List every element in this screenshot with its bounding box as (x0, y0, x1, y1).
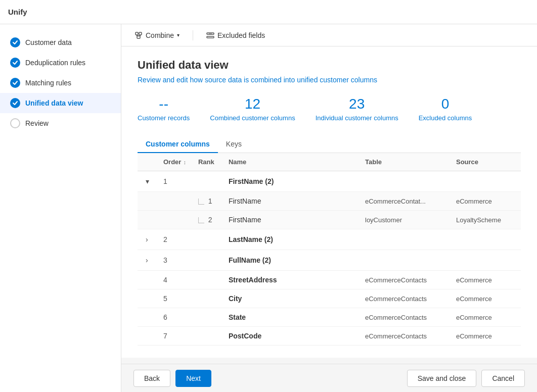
rank-cell-2 (192, 229, 222, 250)
tab-customer-columns[interactable]: Customer columns (138, 136, 218, 153)
next-button[interactable]: Next (175, 370, 211, 387)
order-value-3: 3 (163, 256, 167, 264)
check-icon (10, 37, 20, 47)
table-header-row: Order ↕ Rank Name Table (138, 153, 521, 171)
rank-value-sub1: 1 (208, 197, 212, 205)
stat-individual-columns: 23 Individual customer columns (316, 96, 398, 122)
excluded-fields-button[interactable]: Excluded fields (201, 28, 270, 42)
expand-cell-6 (138, 308, 157, 327)
order-value-4: 4 (163, 276, 167, 284)
page-subtitle: Review and edit how source data is combi… (138, 76, 521, 84)
sidebar: Customer data Deduplication rules Matchi… (0, 24, 121, 392)
name-cell-3: FullName (2) (222, 250, 359, 271)
sidebar-label-deduplication: Deduplication rules (25, 59, 85, 67)
expand-cell-sub1 (138, 192, 157, 211)
main-scroll-container[interactable]: Unified data view Review and edit how so… (121, 46, 537, 364)
name-value-6: State (229, 313, 246, 321)
combine-label: Combine (146, 31, 174, 39)
order-cell-sub1 (157, 192, 192, 211)
sidebar-item-unified-data-view[interactable]: Unified data view (0, 93, 121, 113)
order-cell-3: 3 (157, 250, 192, 271)
order-cell-4: 4 (157, 271, 192, 289)
th-expand (138, 153, 157, 171)
table-cell-4: eCommerceContacts (359, 271, 450, 289)
source-value-sub1: eCommerce (456, 198, 492, 205)
th-name: Name (222, 153, 359, 171)
footer-right: Save and close Cancel (407, 370, 525, 387)
order-cell-5: 5 (157, 289, 192, 308)
th-table-label: Table (365, 158, 382, 166)
stat-value-combined: 12 (245, 96, 260, 112)
table-cell-3 (359, 250, 450, 271)
table-row: 5 City eCommerceContacts eCommerce (138, 289, 521, 308)
name-cell-5: City (222, 289, 359, 308)
table-row: 4 StreetAddress eCommerceContacts eComme… (138, 271, 521, 289)
stat-customer-records: -- Customer records (138, 96, 190, 122)
rank-cell-6 (192, 308, 222, 327)
source-cell-5: eCommerce (450, 289, 521, 308)
sidebar-label-matching: Matching rules (25, 79, 71, 87)
source-cell-6: eCommerce (450, 308, 521, 327)
order-cell-2: 2 (157, 229, 192, 250)
table-cell-7: eCommerceContacts (359, 327, 450, 346)
tab-keys[interactable]: Keys (218, 136, 250, 153)
combine-chevron-icon: ▾ (177, 32, 180, 38)
source-cell-7: eCommerce (450, 327, 521, 346)
order-value-1: 1 (163, 177, 167, 185)
sidebar-item-matching-rules[interactable]: Matching rules (0, 73, 121, 93)
table-row: 2 FirstName loyCustomer LoyaltyScheme (138, 211, 521, 229)
rank-cell-1 (192, 171, 222, 192)
order-cell-7: 7 (157, 327, 192, 346)
source-cell-1 (450, 171, 521, 192)
order-cell-1: 1 (157, 171, 192, 192)
sidebar-item-review[interactable]: Review (0, 113, 121, 133)
svg-rect-7 (207, 36, 214, 38)
th-source-label: Source (456, 158, 478, 166)
cancel-button[interactable]: Cancel (481, 370, 525, 387)
th-source: Source (450, 153, 521, 171)
source-cell-sub1: eCommerce (450, 192, 521, 211)
rank-cell-5 (192, 289, 222, 308)
save-close-button[interactable]: Save and close (407, 370, 477, 387)
sort-order-icon: ↕ (183, 159, 186, 165)
check-icon-dedup (10, 58, 20, 68)
expand-button-3[interactable]: › (144, 255, 150, 265)
table-cell-sub2: loyCustomer (359, 211, 450, 229)
table-cell-2 (359, 229, 450, 250)
sidebar-label-customer-data: Customer data (25, 38, 72, 46)
table-value-sub1: eCommerceContat... (365, 198, 426, 205)
th-rank: Rank (192, 153, 222, 171)
footer-left: Back Next (133, 370, 211, 387)
excluded-fields-label: Excluded fields (217, 31, 265, 39)
table-cell-1 (359, 171, 450, 192)
th-order: Order ↕ (157, 153, 192, 171)
stat-label-customer-records: Customer records (138, 114, 190, 122)
name-cell-7: PostCode (222, 327, 359, 346)
table-value-6: eCommerceContacts (365, 314, 427, 321)
stat-excluded-columns: 0 Excluded columns (419, 96, 472, 122)
expand-cell-sub2 (138, 211, 157, 229)
stat-label-individual: Individual customer columns (316, 114, 398, 122)
expand-button-2[interactable]: › (144, 234, 150, 244)
main-layout: Customer data Deduplication rules Matchi… (0, 24, 537, 392)
sidebar-item-deduplication-rules[interactable]: Deduplication rules (0, 53, 121, 73)
circle-icon-review (10, 118, 20, 128)
back-button[interactable]: Back (133, 370, 170, 387)
order-value-6: 6 (163, 313, 167, 321)
stat-label-excluded: Excluded columns (419, 114, 472, 122)
combine-button[interactable]: Combine ▾ (129, 28, 185, 42)
order-value-5: 5 (163, 295, 167, 303)
order-cell-sub2 (157, 211, 192, 229)
source-cell-3 (450, 250, 521, 271)
sidebar-label-review: Review (25, 119, 49, 127)
sidebar-item-customer-data[interactable]: Customer data (0, 32, 121, 53)
table-row: 6 State eCommerceContacts eCommerce (138, 308, 521, 327)
top-bar: Unify (0, 0, 537, 24)
data-table: Order ↕ Rank Name Table (138, 153, 521, 346)
stats-row: -- Customer records 12 Combined customer… (138, 96, 521, 122)
expand-cell-7 (138, 327, 157, 346)
name-cell-sub2: FirstName (222, 211, 359, 229)
source-value-7: eCommerce (456, 332, 492, 340)
table-value-7: eCommerceContacts (365, 332, 427, 340)
collapse-button-1[interactable]: ▾ (144, 176, 151, 186)
